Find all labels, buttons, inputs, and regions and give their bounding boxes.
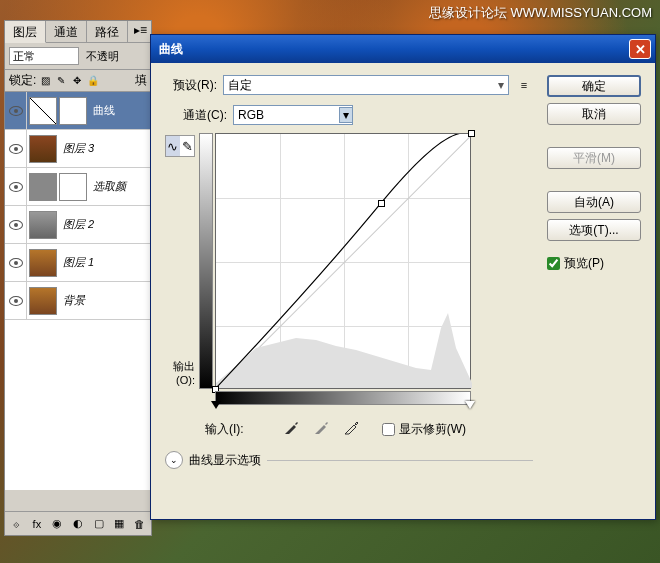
cancel-button[interactable]: 取消 bbox=[547, 103, 641, 125]
layer-row[interactable]: 图层 1 bbox=[5, 244, 151, 282]
grid-line bbox=[280, 134, 281, 388]
fill-label: 填 bbox=[135, 72, 147, 89]
black-eyedropper-icon[interactable] bbox=[282, 419, 302, 439]
adjustment-icon[interactable]: ◐ bbox=[71, 516, 86, 532]
blend-controls: 正常 不透明 bbox=[5, 43, 151, 70]
channel-label: 通道(C): bbox=[175, 107, 227, 124]
preview-checkbox[interactable]: 预览(P) bbox=[547, 255, 641, 272]
curves-dialog: 曲线 ✕ 预设(R): 自定 ≡ 通道(C): RGB ∿ ✎ 输出(O): bbox=[150, 34, 656, 520]
tab-paths[interactable]: 路径 bbox=[87, 21, 128, 42]
visibility-toggle[interactable] bbox=[5, 92, 27, 130]
preview-input[interactable] bbox=[547, 257, 560, 270]
panel-footer: ⟐ fx ◉ ◐ ▢ ▦ 🗑 bbox=[5, 511, 151, 535]
curve-line bbox=[216, 134, 470, 388]
preset-select[interactable]: 自定 bbox=[223, 75, 509, 95]
eye-icon bbox=[9, 220, 23, 230]
link-icon[interactable]: ⟐ bbox=[9, 516, 24, 532]
lock-brush-icon[interactable]: ✎ bbox=[54, 74, 68, 88]
new-layer-icon[interactable]: ▦ bbox=[112, 516, 127, 532]
layer-row[interactable]: 图层 2 bbox=[5, 206, 151, 244]
show-clip-input[interactable] bbox=[382, 423, 395, 436]
point-tool-icon[interactable]: ∿ bbox=[166, 136, 180, 156]
layer-name[interactable]: 背景 bbox=[59, 293, 85, 308]
eye-icon bbox=[9, 182, 23, 192]
input-gradient[interactable] bbox=[215, 391, 471, 405]
white-eyedropper-icon[interactable] bbox=[342, 419, 362, 439]
watermark-text: 思缘设计论坛 WWW.MISSYUAN.COM bbox=[429, 4, 652, 22]
lock-transparency-icon[interactable]: ▨ bbox=[38, 74, 52, 88]
layer-row-background[interactable]: 背景 bbox=[5, 282, 151, 320]
layer-name[interactable]: 图层 2 bbox=[59, 217, 94, 232]
grid-line bbox=[408, 134, 409, 388]
ok-button[interactable]: 确定 bbox=[547, 75, 641, 97]
black-point-slider[interactable] bbox=[211, 401, 221, 414]
eye-icon bbox=[9, 106, 23, 116]
layer-thumb[interactable] bbox=[29, 173, 57, 201]
auto-button[interactable]: 自动(A) bbox=[547, 191, 641, 213]
fx-icon[interactable]: fx bbox=[30, 516, 45, 532]
expand-label: 曲线显示选项 bbox=[189, 452, 261, 469]
preset-label: 预设(R): bbox=[165, 77, 217, 94]
layers-panel: 图层 通道 路径 ▸≡ 正常 不透明 锁定: ▨ ✎ ✥ 🔒 填 曲线 图层 3… bbox=[4, 20, 152, 536]
smooth-button[interactable]: 平滑(M) bbox=[547, 147, 641, 169]
curve-point[interactable] bbox=[468, 130, 475, 137]
visibility-toggle[interactable] bbox=[5, 244, 27, 282]
folder-icon[interactable]: ▢ bbox=[91, 516, 106, 532]
layer-name[interactable]: 图层 1 bbox=[59, 255, 94, 270]
grid-line bbox=[216, 198, 470, 199]
curve-canvas[interactable] bbox=[215, 133, 471, 389]
mask-icon[interactable]: ◉ bbox=[50, 516, 65, 532]
eye-icon bbox=[9, 144, 23, 154]
pencil-tool-icon[interactable]: ✎ bbox=[181, 136, 195, 156]
layer-list: 曲线 图层 3 选取颜 图层 2 图层 1 背景 bbox=[5, 92, 151, 490]
layer-thumb[interactable] bbox=[29, 249, 57, 277]
visibility-toggle[interactable] bbox=[5, 168, 27, 206]
layer-thumb[interactable] bbox=[29, 97, 57, 125]
mask-thumb[interactable] bbox=[59, 173, 87, 201]
layer-row[interactable]: 图层 3 bbox=[5, 130, 151, 168]
grid-line bbox=[216, 326, 470, 327]
preset-menu-icon[interactable]: ≡ bbox=[515, 77, 533, 93]
visibility-toggle[interactable] bbox=[5, 282, 27, 320]
input-label: 输入(I): bbox=[205, 421, 244, 438]
opacity-label: 不透明 bbox=[86, 50, 119, 62]
layer-row-curves[interactable]: 曲线 bbox=[5, 92, 151, 130]
gray-eyedropper-icon[interactable] bbox=[312, 419, 332, 439]
expand-options-button[interactable]: ⌄ bbox=[165, 451, 183, 469]
layer-name[interactable]: 曲线 bbox=[89, 103, 115, 118]
tab-layers[interactable]: 图层 bbox=[5, 21, 46, 43]
layer-thumb[interactable] bbox=[29, 211, 57, 239]
visibility-toggle[interactable] bbox=[5, 206, 27, 244]
layer-name[interactable]: 选取颜 bbox=[89, 179, 126, 194]
show-clipping-checkbox[interactable]: 显示修剪(W) bbox=[382, 421, 466, 438]
dialog-titlebar[interactable]: 曲线 ✕ bbox=[151, 35, 655, 63]
panel-menu-icon[interactable]: ▸≡ bbox=[130, 21, 151, 42]
layer-thumb[interactable] bbox=[29, 287, 57, 315]
tab-channels[interactable]: 通道 bbox=[46, 21, 87, 42]
eye-icon bbox=[9, 296, 23, 306]
trash-icon[interactable]: 🗑 bbox=[132, 516, 147, 532]
visibility-toggle[interactable] bbox=[5, 130, 27, 168]
lock-all-icon[interactable]: 🔒 bbox=[86, 74, 100, 88]
lock-move-icon[interactable]: ✥ bbox=[70, 74, 84, 88]
layer-thumb[interactable] bbox=[29, 135, 57, 163]
curve-tool-buttons: ∿ ✎ bbox=[165, 135, 195, 157]
lock-label: 锁定: bbox=[9, 72, 36, 89]
layer-row[interactable]: 选取颜 bbox=[5, 168, 151, 206]
layer-name[interactable]: 图层 3 bbox=[59, 141, 94, 156]
divider bbox=[267, 460, 533, 461]
close-button[interactable]: ✕ bbox=[629, 39, 651, 59]
output-gradient bbox=[199, 133, 213, 389]
curve-point[interactable] bbox=[378, 200, 385, 207]
lock-row: 锁定: ▨ ✎ ✥ 🔒 填 bbox=[5, 70, 151, 92]
mask-thumb[interactable] bbox=[59, 97, 87, 125]
eye-icon bbox=[9, 258, 23, 268]
channel-select[interactable]: RGB bbox=[233, 105, 353, 125]
dialog-title: 曲线 bbox=[155, 41, 629, 58]
output-label: 输出(O): bbox=[165, 359, 195, 386]
panel-tabs: 图层 通道 路径 ▸≡ bbox=[5, 21, 151, 43]
blend-mode-select[interactable]: 正常 bbox=[9, 47, 79, 65]
options-button[interactable]: 选项(T)... bbox=[547, 219, 641, 241]
white-point-slider[interactable] bbox=[465, 401, 475, 414]
